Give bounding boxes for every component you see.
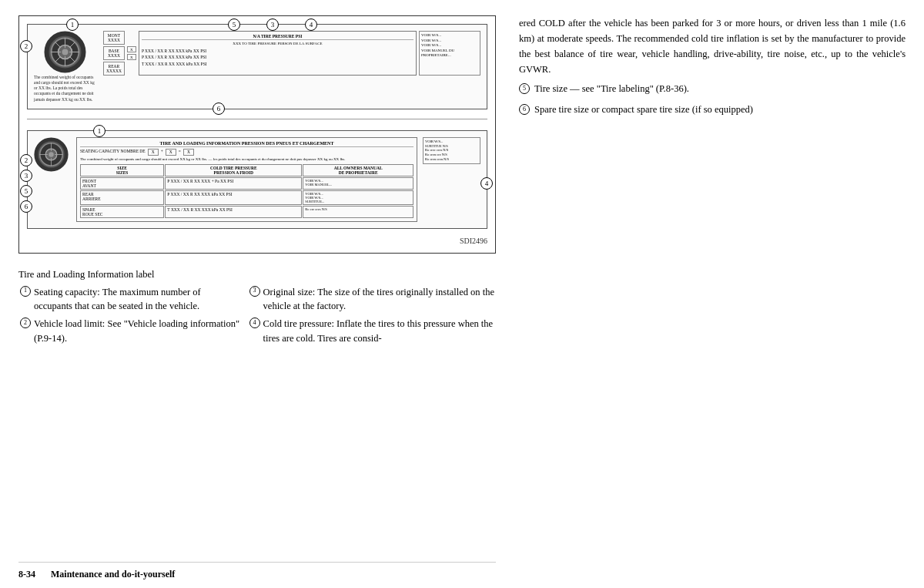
right-column: ered COLD after the vehicle has been par… xyxy=(496,15,906,580)
right-6-text: Spare tire size or compact spare tire si… xyxy=(534,102,906,117)
right-notes-box: VOIR W/S... VOIR W/S... VOIR W/S... VOIR… xyxy=(419,31,480,76)
th-owners: ALL OWNERS MANUALDE PROPRIETAIRE xyxy=(303,164,413,176)
plus-label: + xyxy=(161,149,163,156)
diagram-box: 1 2 5 3 4 6 xyxy=(18,15,496,254)
right-item-5: 5 Tire size — see "Tire labeling" (P.8-3… xyxy=(519,82,906,96)
item-1-num: 1 xyxy=(20,286,31,297)
right-item-6: 6 Spare tire size or compact spare tire … xyxy=(519,102,906,117)
size-1: FRONTAVANT xyxy=(80,177,164,190)
diagram-bottom-content: TIRE AND LOADING INFORMATION PRESSION DE… xyxy=(34,137,480,223)
tire-bottom xyxy=(34,137,69,175)
text-item-4: 4 Cold tire pressure: Inflate the tires … xyxy=(248,317,496,346)
box-x2: BASEXXXX xyxy=(103,46,125,60)
page-section: Maintenance and do-it-yourself xyxy=(51,569,175,580)
main-label-box: N/A TIRE PRESSURE PSI XXX TO TIRE PRESSU… xyxy=(139,31,417,76)
lower-row-1: FRONTAVANT P XXX / XX R XX XXX + Pa XX P… xyxy=(80,177,413,190)
right-text: ered COLD after the vehicle has been par… xyxy=(519,15,906,124)
size-3: SPAREROUE SEC xyxy=(80,206,164,218)
cb1: X xyxy=(127,46,136,52)
label-subtitle: XXX TO TIRE PRESSURE PERSON DE LA SURFAC… xyxy=(142,42,413,45)
lower-right-box: VOIR W/S... SUBTITUE N/S Ro crec cres N/… xyxy=(423,137,480,164)
diagram-num-2: 2 xyxy=(20,40,32,52)
page-container: 1 2 5 3 4 6 xyxy=(0,0,924,588)
label-row-2: P XXX / XX R XX XXX kPa XX PSI xyxy=(142,54,413,60)
page-number: 8-34 xyxy=(18,569,35,580)
cb2: X xyxy=(127,54,136,60)
diagram-bottom: 1 2 3 5 6 4 xyxy=(27,130,487,230)
lower-label-box: TIRE AND LOADING INFORMATION PRESSION DE… xyxy=(76,137,417,223)
text-item-3: 3 Original size: The size of the tires o… xyxy=(248,285,496,314)
sdi-label: SDI2496 xyxy=(27,237,487,245)
item-1-text: Seating capacity: The maximum number of … xyxy=(34,285,242,314)
check-boxes: X X xyxy=(127,31,136,76)
label-title-n: N/A TIRE PRESSURE PSI xyxy=(142,34,413,40)
lower-row-3: SPAREROUE SEC T XXX / XX R XX XXX kPa XX… xyxy=(80,206,413,218)
svg-point-15 xyxy=(49,152,54,157)
x-boxes: MONTXXXX BASEXXXX REARXXXXX xyxy=(103,31,125,76)
right-5-num: 5 xyxy=(519,83,530,94)
owners-3: Ro cre cres N/S xyxy=(303,206,413,218)
diagram-num-1: 1 xyxy=(66,18,79,31)
text-items-container: 1 Seating capacity: The maximum number o… xyxy=(18,285,496,349)
text-item-1: 1 Seating capacity: The maximum number o… xyxy=(18,285,242,314)
diagram-num-6: 6 xyxy=(213,102,225,115)
tire-left: The combined weight of occupants and car… xyxy=(34,31,95,102)
diagram-top: 1 2 5 3 4 6 xyxy=(27,24,487,109)
item-4-num: 4 xyxy=(249,318,260,328)
lower-notes: The combined weight of occupants and car… xyxy=(80,157,413,163)
right-6-num: 6 xyxy=(519,104,530,115)
diagram-num-5: 5 xyxy=(228,18,240,31)
pressure-2: P XXX / XX R XX XXX kPa XX PSI xyxy=(165,190,302,205)
box-x3: REARXXXXX xyxy=(103,62,125,76)
diagram-label: Tire and Loading Information label xyxy=(18,267,496,282)
bottom-num-5: 5 xyxy=(20,185,32,197)
cap-box2: X xyxy=(166,149,176,156)
lower-label-title: TIRE AND LOADING INFORMATION PRESSION DE… xyxy=(80,141,413,147)
tire-icon-top xyxy=(44,31,86,73)
label-row-3: T XXX / XX R XX XXX kPa XX PSI xyxy=(142,61,413,67)
owners-2: VOIR W/S...VOIR W/S...SUBTITUE... xyxy=(303,190,413,205)
cap-box3: X xyxy=(183,149,194,156)
cap-label: SEATING CAPACITY NOMBRE DE xyxy=(80,149,146,156)
owners-1: VOIR W/S...VOIR MANUEL... xyxy=(303,177,413,190)
bottom-num-1: 1 xyxy=(93,125,105,137)
text-item-2: 2 Vehicle load limit: See "Vehicle loadi… xyxy=(18,317,242,346)
item-3-num: 3 xyxy=(249,286,260,297)
page-footer: 8-34 Maintenance and do-it-yourself xyxy=(18,562,496,580)
item-4-text: Cold tire pressure: Inflate the tires to… xyxy=(263,317,496,346)
lower-table-header: SIZESIZES COLD TIRE PRESSUREPRESSION A F… xyxy=(80,164,413,176)
upper-label-area: MONTXXXX BASEXXXX REARXXXXX X X xyxy=(103,31,480,102)
item-2-num: 2 xyxy=(20,318,31,328)
divider-line xyxy=(27,119,487,119)
tire-icon-bottom xyxy=(34,137,69,172)
text-section: Tire and Loading Information label 1 Sea… xyxy=(18,267,496,348)
item-2-text: Vehicle load limit: See "Vehicle loading… xyxy=(34,317,242,346)
diagram-top-content: The combined weight of occupants and car… xyxy=(34,31,480,102)
label-rows-upper: P XXX / XX R XX XXX kPa XX PSI P XXX / X… xyxy=(142,48,413,67)
right-items: 3 Original size: The size of the tires o… xyxy=(248,285,496,349)
bottom-num-3: 3 xyxy=(20,170,32,182)
upper-tire-notes: The combined weight of occupants and car… xyxy=(34,75,95,102)
pressure-3: T XXX / XX R XX XXX kPa XX PSI xyxy=(165,206,302,218)
th-pressure: COLD TIRE PRESSUREPRESSION A FROID xyxy=(165,164,302,176)
box-x1: MONTXXXX xyxy=(103,31,125,45)
capacity-row: SEATING CAPACITY NOMBRE DE X + X = X xyxy=(80,149,413,156)
equals-label: = xyxy=(179,149,181,156)
item-3-text: Original size: The size of the tires ori… xyxy=(263,285,496,314)
bottom-num-6: 6 xyxy=(20,200,32,213)
size-2: REARARRIERE xyxy=(80,190,164,205)
right-5-text: Tire size — see "Tire labeling" (P.8-36)… xyxy=(534,82,906,96)
left-items: 1 Seating capacity: The maximum number o… xyxy=(18,285,248,349)
diagram-inner: 1 2 5 3 4 6 xyxy=(27,24,487,245)
diagram-num-4: 4 xyxy=(305,18,317,31)
upper-small-boxes: MONTXXXX BASEXXXX REARXXXXX X X xyxy=(103,31,480,76)
th-size: SIZESIZES xyxy=(80,164,164,176)
continued-paragraph: ered COLD after the vehicle has been par… xyxy=(519,15,906,77)
cap-box1: X xyxy=(148,149,159,156)
left-column: 1 2 5 3 4 6 xyxy=(18,15,496,580)
label-row-1: P XXX / XX R XX XXX kPa XX PSI xyxy=(142,48,413,54)
svg-point-3 xyxy=(62,49,68,55)
bottom-num-2: 2 xyxy=(20,154,32,166)
diagram-num-3: 3 xyxy=(266,18,279,31)
pressure-1: P XXX / XX R XX XXX + Pa XX PSI xyxy=(165,177,302,190)
